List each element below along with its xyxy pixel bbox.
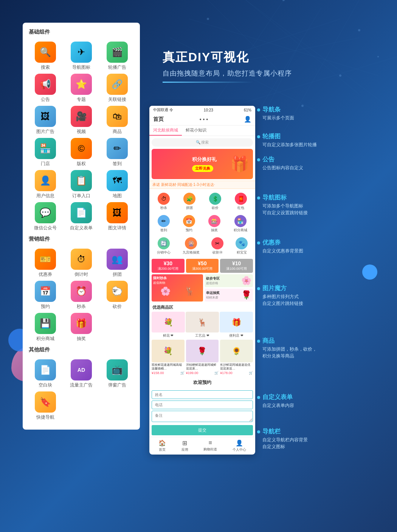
coupon-icon: 🎫 (35, 249, 56, 270)
component-banner[interactable]: 🎬 轮播广告 (101, 42, 134, 71)
nav-icon-icon: ✈ (71, 42, 92, 63)
component-order[interactable]: 📋 订单入口 (65, 170, 98, 199)
phone-icon-distribute[interactable]: 🔄 分销中心 (157, 237, 171, 255)
component-special[interactable]: ⭐ 专题 (65, 74, 98, 103)
bottom-nav-home[interactable]: 🏠 首页 (158, 439, 166, 452)
component-map-label: 地图 (113, 193, 122, 199)
coupon-item-2[interactable]: ¥10 满100.00可用 (220, 259, 253, 273)
phone-icon-booking[interactable]: 📅 预约 (183, 215, 195, 233)
annotation-dot-bottom-nav (257, 430, 260, 433)
component-copyright[interactable]: © 版权 (65, 138, 98, 167)
component-group[interactable]: 👥 拼团 (101, 249, 134, 278)
bottom-nav-app[interactable]: ⊞ 应用 (181, 439, 188, 452)
component-user-info-label: 用户信息 (36, 193, 54, 199)
phone-product-category-2[interactable]: 🎁 便利店 ❤ (220, 312, 253, 338)
section-title-basic: 基础组件 (29, 29, 134, 37)
annotation-notice-title: 公告 (257, 156, 374, 164)
product-card-2[interactable]: 🌻 长沙鲜花同城速递送优花花束送… ¥178.00 🛒 (220, 340, 253, 375)
annotation-bottom-nav: 导航栏 自定义导航栏内容背景 自定义图标 (257, 428, 374, 450)
phone-nav-bar: 首页 • • • 👤 (149, 114, 255, 125)
phone-nav-user[interactable]: 👤 (244, 116, 251, 123)
component-search[interactable]: 🔍 搜索 (29, 42, 62, 71)
product-img-0: 💐 (152, 340, 185, 362)
annotation-navbar-title: 导航条 (257, 106, 374, 114)
component-checkin[interactable]: ✏ 签到 (101, 138, 134, 167)
points-mall-icon: 💾 (35, 313, 56, 334)
phone-icon-flash[interactable]: ⏱ 秒杀 (158, 193, 170, 210)
component-bargain[interactable]: 🐑 砍价 (101, 281, 134, 310)
flash-icon: ⏰ (71, 281, 92, 302)
link-icon: 🔗 (107, 74, 128, 95)
annotation-dot-custom-form (257, 396, 260, 399)
phone-icon-treasure[interactable]: 🐾 积宝宝 (236, 237, 248, 255)
component-reservation[interactable]: 📅 预约 (29, 281, 62, 310)
component-coupon[interactable]: 🎫 优惠券 (29, 249, 62, 278)
phone-icon-checkin[interactable]: ✏ 签到 (158, 215, 170, 233)
component-quick-nav[interactable]: 🔖 快捷导航 (29, 391, 62, 421)
phone-product-category-1[interactable]: 🦌 工艺品 ❤ (186, 312, 219, 338)
product-card-0[interactable]: 💐 双枝鲜花速递同城高端温馨插桶… ¥158.00 🛒 (152, 340, 185, 375)
component-custom-form[interactable]: 📄 自定义表单 (65, 202, 98, 231)
bottom-nav-profile[interactable]: 👤 个人中心 (233, 439, 246, 452)
bottom-nav-shop[interactable]: ≡ 购物街道 (203, 439, 217, 452)
annotation-dot-notice (257, 158, 260, 161)
component-ad[interactable]: AD 流量主广告 (65, 359, 98, 388)
component-product[interactable]: 🛍 商品 (101, 106, 134, 135)
phone-icon-grid-lottery[interactable]: 🎡 九宫格抽奖 (183, 237, 200, 255)
component-link[interactable]: 🔗 关联链接 (101, 74, 134, 103)
phone-icon-group[interactable]: 🧩 拼团 (183, 193, 195, 210)
component-video[interactable]: 🎥 视频 (65, 106, 98, 135)
component-map[interactable]: 🗺 地图 (101, 170, 134, 199)
component-wechat[interactable]: 💬 微信公众号 (29, 202, 62, 231)
annotation-products-title: 商品 (257, 337, 374, 345)
component-article[interactable]: 🖼 图文详情 (101, 202, 134, 231)
component-user-info[interactable]: 👤 用户信息 (29, 170, 62, 199)
product-cat-label-1: 工艺品 ❤ (195, 333, 209, 338)
product-card-1[interactable]: 🌹 洋桔梗鲜花速递同城鲜花花束… ¥199.00 🛒 (186, 340, 219, 375)
phone-nav-dots[interactable]: • • • (200, 116, 208, 122)
grid-lottery-circle: 🎡 (185, 237, 197, 249)
form-submit-button[interactable]: 提交 (152, 425, 253, 435)
phone-tab-1[interactable]: 鲜花小知识 (182, 125, 210, 136)
flash-item-1: 🦌 (185, 286, 195, 296)
annotation-dot-img-mosaic (257, 287, 260, 290)
component-points-mall[interactable]: 💾 积分商城 (29, 313, 62, 342)
custom-form-icon: 📄 (71, 202, 92, 223)
flash-sale-items: 🌸 🦌 (153, 286, 202, 296)
phone-search-bar[interactable]: 🔍 搜索 (152, 138, 253, 147)
phone-icon-cut-card[interactable]: ✂ 砍割卡 (211, 237, 223, 255)
component-blank[interactable]: 📄 空白块 (29, 359, 62, 388)
phone-icon-lottery[interactable]: 🎰 抽奖 (208, 215, 220, 233)
component-store-label: 门店 (41, 161, 50, 167)
component-lucky-draw[interactable]: 🎁 抽奖 (65, 313, 98, 342)
phone-icon-points[interactable]: 🏪 积分商城 (234, 215, 247, 233)
phone-icon-redpack[interactable]: 🧧 红包 (235, 193, 247, 210)
form-remark-textarea[interactable] (152, 411, 253, 422)
component-countdown[interactable]: ⏱ 倒计时 (65, 249, 98, 278)
phone-tab-0[interactable]: 河北航侯商城 (149, 125, 182, 136)
ad-icon: AD (71, 359, 92, 380)
coupon-item-1[interactable]: ¥50 满300.00可用 (186, 259, 219, 273)
form-name-input[interactable] (152, 390, 253, 399)
annotation-dot-navbar (257, 108, 260, 111)
search-icon-small: 🔍 (196, 140, 200, 144)
coupon-price-1: ¥50 (188, 260, 217, 266)
component-flash[interactable]: ⏰ 秒杀 (65, 281, 98, 310)
annotation-custom-form: 自定义表单 自定义表单内容 (257, 393, 374, 409)
form-phone-input[interactable] (152, 401, 253, 409)
component-popup-ad[interactable]: 📺 弹窗广告 (101, 359, 134, 388)
component-store[interactable]: 🏪 门店 (29, 138, 62, 167)
product-cat-img-2: 🎁 (220, 312, 253, 332)
annotation-nav-icons-title: 导航图标 (257, 194, 374, 202)
phone-banner[interactable]: 积分换好礼 立即兑换 🎁 (152, 149, 253, 179)
component-order-label: 订单入口 (72, 193, 90, 199)
component-notice[interactable]: 📢 公告 (29, 74, 62, 103)
title-underline (163, 82, 253, 83)
component-img-ad[interactable]: 🖼 图片广告 (29, 106, 62, 135)
component-nav-icon[interactable]: ✈ 导航图标 (65, 42, 98, 71)
promo-sections-row: 限时秒杀 超值购物 🌸 🦌 砍价专区 超低价格 🌸 幸运抽奖 锦鲤来袭 (152, 274, 253, 302)
phone-time: 10:23 (204, 108, 213, 112)
phone-product-category-0[interactable]: 💐 鲜花 ❤ (152, 312, 185, 338)
coupon-item-0[interactable]: ¥30 满200.00可用 (152, 259, 185, 273)
phone-icon-bargain[interactable]: 💲 砍价 (209, 193, 221, 210)
